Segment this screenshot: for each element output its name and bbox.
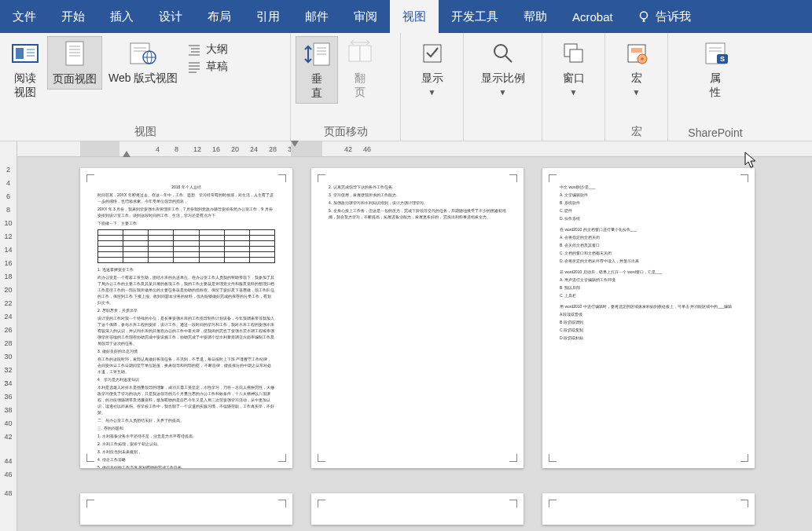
- group-views-label: 视图: [5, 122, 285, 141]
- show-icon: [418, 39, 446, 68]
- page-1[interactable]: 2018 年个人总结 时间荏苒，20XX 年即将过去。在这一年中，工作、思想、学…: [80, 168, 292, 468]
- page-3[interactable]: 中文 word到少是___ A. 文学编辑软件B. 系统软件C. 硬件D. 操作…: [542, 168, 755, 468]
- svg-rect-37: [570, 49, 582, 62]
- page1-table: [97, 229, 275, 263]
- tab-view[interactable]: 视图: [390, 0, 439, 33]
- read-view-icon: [11, 39, 39, 68]
- zoom-icon: [489, 39, 517, 68]
- page-2[interactable]: 2. 认真完成领导下达的各外工作任务.3. 学习使用，发展便我所求的工作能力.4…: [311, 168, 524, 468]
- svg-text:S: S: [720, 55, 725, 63]
- chevron-down-icon: ▼: [633, 88, 641, 97]
- tab-insert[interactable]: 插入: [97, 0, 146, 33]
- tell-me[interactable]: 告诉我: [626, 0, 702, 33]
- chevron-down-icon: ▼: [428, 88, 436, 97]
- document-area: 2468101214161820222426283032343638404244…: [0, 141, 812, 531]
- horizontal-ruler[interactable]: 8448121620242832364246: [17, 141, 812, 157]
- vertical-button[interactable]: 垂 直: [296, 36, 338, 104]
- outline-icon: [187, 42, 201, 57]
- sharepoint-button[interactable]: S 属 性: [695, 36, 736, 102]
- window-icon: [560, 39, 588, 68]
- flip-button[interactable]: 翻 页: [340, 36, 380, 102]
- svg-point-34: [494, 45, 507, 57]
- flip-icon: [346, 39, 374, 68]
- show-button[interactable]: 显示 ▼: [413, 36, 451, 100]
- tab-bar: 文件 开始 插入 设计 布局 引用 邮件 审阅 视图 开发工具 帮助 Acrob…: [0, 0, 812, 33]
- chevron-down-icon: ▼: [499, 88, 507, 97]
- tab-file[interactable]: 文件: [0, 0, 49, 33]
- tab-review[interactable]: 审阅: [341, 0, 390, 33]
- tell-me-label: 告诉我: [656, 9, 691, 24]
- tab-design[interactable]: 设计: [146, 0, 195, 33]
- macro-button[interactable]: 宏 ▼: [618, 36, 656, 100]
- tab-developer[interactable]: 开发工具: [439, 0, 511, 33]
- zoom-button[interactable]: 显示比例 ▼: [476, 36, 530, 100]
- group-pagemove-label: 页面移动: [296, 122, 395, 141]
- tab-help[interactable]: 帮助: [511, 0, 560, 33]
- page-view-button[interactable]: 页面视图: [47, 36, 102, 90]
- draft-icon: [187, 60, 201, 74]
- group-macro-label: 宏: [610, 122, 663, 141]
- sharepoint-icon: S: [701, 39, 729, 68]
- lightbulb-icon: [637, 9, 651, 24]
- vertical-icon: [303, 40, 331, 68]
- chevron-down-icon: ▼: [570, 88, 578, 97]
- outline-button[interactable]: 大纲: [184, 41, 231, 58]
- macro-icon: [623, 39, 651, 68]
- tab-mailings[interactable]: 邮件: [292, 0, 341, 33]
- tab-acrobat[interactable]: Acrobat: [560, 0, 626, 33]
- svg-point-0: [640, 12, 647, 19]
- svg-rect-4: [16, 48, 24, 59]
- tab-home[interactable]: 开始: [49, 0, 97, 33]
- svg-line-35: [505, 56, 512, 62]
- ribbon: 阅读 视图 页面视图 Web 版式视图 大纲 草稿 视图: [0, 33, 812, 141]
- document-canvas[interactable]: 2018 年个人总结 时间荏苒，20XX 年即将过去。在这一年中，工作、思想、学…: [17, 157, 812, 531]
- page-view-icon: [61, 40, 89, 68]
- web-view-icon: [129, 39, 157, 68]
- tab-layout[interactable]: 布局: [195, 0, 244, 33]
- tab-references[interactable]: 引用: [244, 0, 292, 33]
- vertical-ruler[interactable]: 2468101214161820222426283032343638404244…: [0, 141, 17, 531]
- page-6[interactable]: [542, 493, 755, 525]
- group-sharepoint-label: SharePoint: [673, 123, 758, 141]
- page-5[interactable]: [311, 493, 524, 525]
- page-4[interactable]: [80, 493, 292, 525]
- web-view-button[interactable]: Web 版式视图: [104, 36, 182, 88]
- svg-rect-39: [631, 48, 642, 53]
- svg-rect-8: [66, 42, 83, 65]
- read-view-button[interactable]: 阅读 视图: [5, 36, 46, 102]
- draft-button[interactable]: 草稿: [184, 58, 231, 75]
- svg-rect-31: [349, 46, 360, 61]
- window-button[interactable]: 窗口 ▼: [555, 36, 593, 100]
- svg-rect-32: [360, 46, 371, 61]
